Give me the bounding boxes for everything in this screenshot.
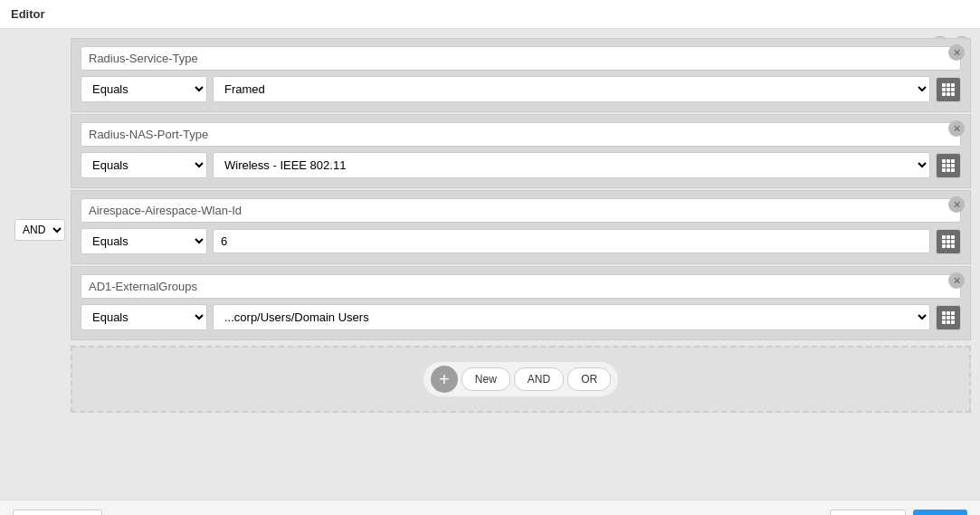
grid-icon-2: [942, 159, 955, 172]
condition-block-2: ✕ Equals Not Equals Wireless - IEEE 802.…: [71, 114, 971, 188]
grid-icon-3: [942, 235, 955, 248]
condition-3-row: Equals Not Equals: [81, 228, 961, 254]
condition-3-operator-select[interactable]: Equals Not Equals: [81, 228, 207, 254]
add-plus-button[interactable]: +: [431, 366, 458, 393]
add-or-button[interactable]: OR: [567, 367, 611, 391]
save-button[interactable]: Save: [913, 510, 967, 515]
condition-4-value-select[interactable]: ...corp/Users/Domain Users Administrator…: [213, 304, 930, 330]
condition-4-operator-select[interactable]: Equals Not Equals: [81, 304, 207, 330]
condition-2-row: Equals Not Equals Wireless - IEEE 802.11…: [81, 152, 961, 178]
condition-1-name-field[interactable]: [81, 46, 961, 71]
condition-4-row: Equals Not Equals ...corp/Users/Domain U…: [81, 304, 961, 330]
condition-1-row: Equals Not Equals Framed Login Administr…: [81, 76, 961, 102]
grid-icon-4: [942, 311, 955, 324]
condition-3-name-field[interactable]: [81, 198, 961, 223]
remove-condition-2-button[interactable]: ✕: [948, 120, 965, 137]
set-not-button[interactable]: Set to 'Is not': [13, 510, 102, 515]
add-new-button[interactable]: New: [461, 367, 510, 391]
remove-condition-3-button[interactable]: ✕: [948, 196, 965, 213]
condition-1-value-select[interactable]: Framed Login Administrative: [213, 76, 930, 102]
condition-2-grid-button[interactable]: [936, 153, 961, 178]
condition-3-value-input[interactable]: [213, 229, 930, 253]
condition-1-grid-button[interactable]: [936, 77, 961, 102]
remove-condition-4-button[interactable]: ✕: [948, 272, 965, 289]
condition-4-grid-button[interactable]: [936, 305, 961, 330]
grid-icon-1: [942, 83, 955, 96]
condition-3-grid-button[interactable]: [936, 229, 961, 254]
condition-4-name-field[interactable]: [81, 274, 961, 299]
add-buttons-group: + New AND OR: [423, 362, 618, 396]
condition-2-operator-select[interactable]: Equals Not Equals: [81, 152, 207, 178]
condition-block-3: ✕ Equals Not Equals: [71, 190, 971, 264]
condition-block-4: ✕ Equals Not Equals ...corp/Users/Domain…: [71, 266, 971, 340]
duplicate-button[interactable]: Duplicate: [830, 510, 906, 515]
footer-right: Duplicate Save: [830, 510, 967, 515]
footer-bar: Set to 'Is not' Duplicate Save: [0, 500, 980, 515]
editor-title: Editor: [0, 0, 980, 29]
add-and-button[interactable]: AND: [514, 367, 564, 391]
main-wrapper: AND OR ✕ Equals Not Equals Framed: [9, 38, 971, 413]
footer-left: Set to 'Is not': [13, 510, 102, 515]
condition-2-value-select[interactable]: Wireless - IEEE 802.11 Ethernet HDLC: [213, 152, 930, 178]
conditions-column: ✕ Equals Not Equals Framed Login Adminis…: [71, 38, 971, 413]
condition-2-name-field[interactable]: [81, 122, 961, 147]
editor-container: Editor ⚙ ▲ AND OR ✕ Equals: [0, 0, 980, 515]
add-condition-area: + New AND OR: [71, 346, 971, 413]
and-operator-container: AND OR: [9, 210, 71, 250]
condition-block-1: ✕ Equals Not Equals Framed Login Adminis…: [71, 38, 971, 112]
remove-condition-1-button[interactable]: ✕: [948, 44, 965, 61]
editor-body: ⚙ ▲ AND OR ✕ Equals Not Equals: [0, 29, 980, 500]
condition-1-operator-select[interactable]: Equals Not Equals: [81, 76, 207, 102]
and-operator-select[interactable]: AND OR: [14, 219, 65, 241]
